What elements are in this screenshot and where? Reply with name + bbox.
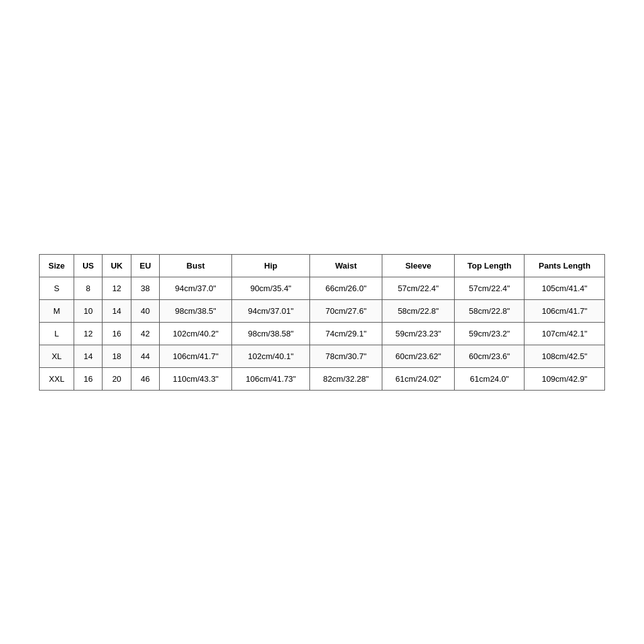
table-row: M10144098cm/38.5"94cm/37.01"70cm/27.6"58… <box>40 299 605 322</box>
cell-row3-col5: 102cm/40.1" <box>231 345 309 367</box>
cell-row4-col8: 61cm24.0" <box>455 367 525 390</box>
header-sleeve: Sleeve <box>382 254 455 277</box>
cell-row4-col1: 16 <box>74 367 103 390</box>
cell-row1-col1: 10 <box>74 299 103 322</box>
size-chart-table: Size US UK EU Bust Hip Waist Sleeve Top … <box>39 254 605 391</box>
cell-row2-col6: 74cm/29.1" <box>310 322 382 345</box>
header-size: Size <box>40 254 74 277</box>
cell-row1-col4: 98cm/38.5" <box>160 299 232 322</box>
cell-row0-col3: 38 <box>131 277 160 299</box>
cell-row1-col2: 14 <box>103 299 131 322</box>
table-row: XXL162046110cm/43.3"106cm/41.73"82cm/32.… <box>40 367 605 390</box>
cell-row1-col7: 58cm/22.8" <box>382 299 455 322</box>
table-row: S8123894cm/37.0"90cm/35.4"66cm/26.0"57cm… <box>40 277 605 299</box>
cell-row4-col0: XXL <box>40 367 74 390</box>
header-uk: UK <box>103 254 131 277</box>
cell-row0-col5: 90cm/35.4" <box>231 277 309 299</box>
cell-row3-col3: 44 <box>131 345 160 367</box>
cell-row3-col9: 108cm/42.5" <box>525 345 605 367</box>
cell-row2-col9: 107cm/42.1" <box>525 322 605 345</box>
cell-row1-col8: 58cm/22.8" <box>455 299 525 322</box>
cell-row1-col9: 106cm/41.7" <box>525 299 605 322</box>
cell-row3-col7: 60cm/23.62" <box>382 345 455 367</box>
cell-row2-col2: 16 <box>103 322 131 345</box>
size-chart-container: Size US UK EU Bust Hip Waist Sleeve Top … <box>39 254 605 391</box>
cell-row2-col8: 59cm/23.2" <box>455 322 525 345</box>
header-eu: EU <box>131 254 160 277</box>
cell-row2-col0: L <box>40 322 74 345</box>
table-body: S8123894cm/37.0"90cm/35.4"66cm/26.0"57cm… <box>40 277 605 390</box>
cell-row1-col5: 94cm/37.01" <box>231 299 309 322</box>
cell-row4-col9: 109cm/42.9" <box>525 367 605 390</box>
cell-row1-col0: M <box>40 299 74 322</box>
header-top-length: Top Length <box>455 254 525 277</box>
cell-row0-col9: 105cm/41.4" <box>525 277 605 299</box>
cell-row0-col7: 57cm/22.4" <box>382 277 455 299</box>
header-pants-length: Pants Length <box>525 254 605 277</box>
cell-row2-col3: 42 <box>131 322 160 345</box>
cell-row2-col1: 12 <box>74 322 103 345</box>
header-waist: Waist <box>310 254 382 277</box>
cell-row0-col4: 94cm/37.0" <box>160 277 232 299</box>
cell-row4-col7: 61cm/24.02" <box>382 367 455 390</box>
header-hip: Hip <box>231 254 309 277</box>
cell-row1-col3: 40 <box>131 299 160 322</box>
cell-row3-col8: 60cm/23.6" <box>455 345 525 367</box>
cell-row0-col2: 12 <box>103 277 131 299</box>
cell-row4-col2: 20 <box>103 367 131 390</box>
cell-row0-col8: 57cm/22.4" <box>455 277 525 299</box>
cell-row0-col6: 66cm/26.0" <box>310 277 382 299</box>
cell-row4-col5: 106cm/41.73" <box>231 367 309 390</box>
cell-row3-col2: 18 <box>103 345 131 367</box>
cell-row2-col7: 59cm/23.23" <box>382 322 455 345</box>
cell-row3-col6: 78cm/30.7" <box>310 345 382 367</box>
cell-row2-col4: 102cm/40.2" <box>160 322 232 345</box>
cell-row0-col0: S <box>40 277 74 299</box>
header-bust: Bust <box>160 254 232 277</box>
cell-row0-col1: 8 <box>74 277 103 299</box>
cell-row4-col3: 46 <box>131 367 160 390</box>
header-us: US <box>74 254 103 277</box>
table-row: L121642102cm/40.2"98cm/38.58"74cm/29.1"5… <box>40 322 605 345</box>
cell-row3-col0: XL <box>40 345 74 367</box>
cell-row3-col4: 106cm/41.7" <box>160 345 232 367</box>
table-header-row: Size US UK EU Bust Hip Waist Sleeve Top … <box>40 254 605 277</box>
cell-row4-col4: 110cm/43.3" <box>160 367 232 390</box>
table-row: XL141844106cm/41.7"102cm/40.1"78cm/30.7"… <box>40 345 605 367</box>
cell-row2-col5: 98cm/38.58" <box>231 322 309 345</box>
cell-row3-col1: 14 <box>74 345 103 367</box>
cell-row4-col6: 82cm/32.28" <box>310 367 382 390</box>
cell-row1-col6: 70cm/27.6" <box>310 299 382 322</box>
